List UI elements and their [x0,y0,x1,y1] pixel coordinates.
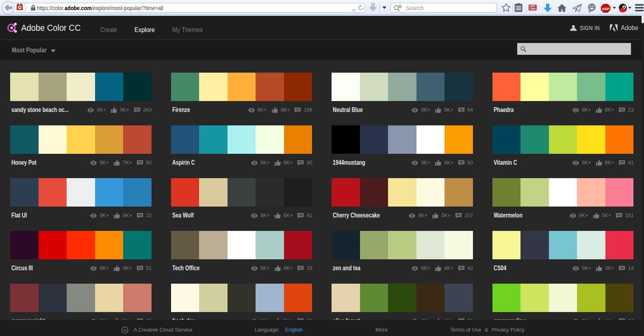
svg-text:∞: ∞ [124,328,126,332]
svg-text:You: You [530,4,535,7]
svg-text:ABP: ABP [602,7,609,11]
